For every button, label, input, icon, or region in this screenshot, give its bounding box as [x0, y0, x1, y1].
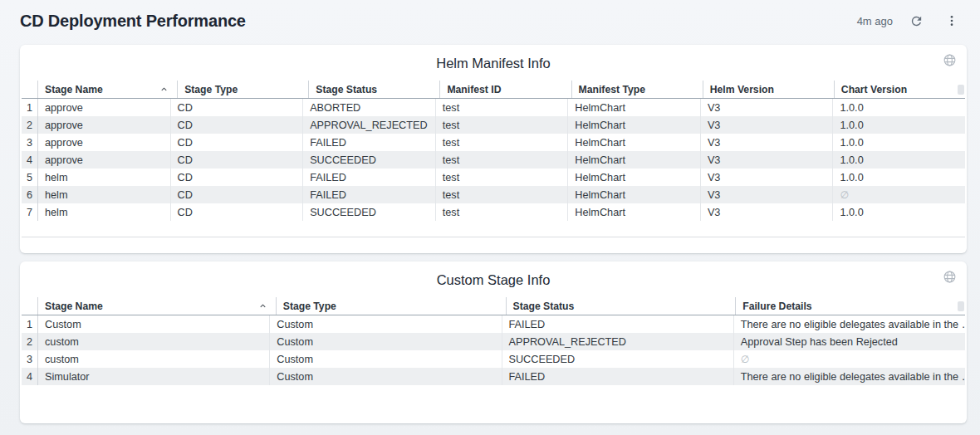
column-header-stage-status[interactable]: Stage Status: [506, 297, 736, 315]
table-cell: 1.0.0: [832, 169, 965, 186]
row-number: 3: [22, 134, 37, 151]
column-header-chart-version[interactable]: Chart Version: [834, 81, 965, 98]
row-number: 5: [22, 169, 37, 186]
table-cell: FAILED: [302, 169, 435, 186]
table-cell: custom: [37, 333, 269, 350]
refresh-icon: [909, 14, 924, 28]
table-cell: FAILED: [302, 134, 435, 151]
table-cell: approve: [37, 116, 170, 134]
table-cell: 1.0.0: [832, 99, 965, 116]
table-cell: There are no eligible delegates availabl…: [733, 315, 965, 333]
table-row: 6helmCDFAILEDtestHelmChartV3∅: [22, 186, 965, 203]
table-cell: V3: [700, 203, 833, 221]
table-row: 1CustomCustomFAILEDThere are no eligible…: [22, 315, 965, 333]
column-header-label: Stage Status: [316, 84, 377, 95]
globe-icon[interactable]: [943, 53, 957, 67]
table-cell: APPROVAL_REJECTED: [302, 116, 435, 134]
table-row: 7helmCDSUCCEEDEDtestHelmChartV31.0.0: [22, 203, 965, 221]
table-cell: V3: [700, 186, 833, 203]
table-cell: SUCCEEDED: [302, 203, 435, 221]
kebab-menu-icon: [945, 14, 958, 27]
table-row: 4approveCDSUCCEEDEDtestHelmChartV31.0.0: [22, 151, 965, 169]
sort-asc-icon: [159, 85, 169, 94]
row-number: 3: [22, 350, 37, 368]
column-header-label: Manifest Type: [579, 84, 645, 95]
table-cell: V3: [700, 151, 833, 169]
table-cell: 1.0.0: [832, 203, 965, 221]
panel-title: Custom Stage Info: [20, 261, 967, 288]
table-cell: helm: [37, 203, 170, 221]
column-header-label: Helm Version: [710, 84, 774, 95]
column-header-stage-name[interactable]: Stage Name: [37, 81, 177, 98]
dashboard-menu-button[interactable]: [943, 12, 960, 29]
page-title: CD Deployment Performance: [20, 12, 246, 31]
column-header-label: Stage Name: [45, 301, 103, 312]
column-header-manifest-id[interactable]: Manifest ID: [439, 81, 571, 98]
table-cell: HelmChart: [567, 203, 700, 221]
table-cell: test: [435, 134, 568, 151]
column-header-stage-type[interactable]: Stage Type: [177, 81, 308, 98]
custom-stage-table: Stage NameStage TypeStage StatusFailure …: [22, 297, 965, 410]
table-cell: Custom: [269, 333, 501, 350]
table-cell: test: [435, 151, 568, 169]
globe-icon[interactable]: [943, 270, 957, 284]
table-cell: SUCCEEDED: [302, 151, 435, 169]
table-cell: There are no eligible delegates availabl…: [733, 368, 965, 385]
refresh-button[interactable]: [908, 12, 925, 30]
table-body: 1approveCDABORTEDtestHelmChartV31.0.02ap…: [22, 99, 965, 237]
table-cell: CD: [170, 116, 303, 134]
helm-manifest-table: Stage NameStage TypeStage StatusManifest…: [22, 81, 965, 237]
panel-title: Helm Manifest Info: [20, 45, 967, 71]
table-cell: ∅: [832, 186, 965, 203]
column-header-failure-details[interactable]: Failure Details: [735, 297, 965, 315]
table-cell: Custom: [269, 350, 501, 368]
table-cell: Custom: [269, 315, 501, 333]
column-header-label: Failure Details: [742, 301, 811, 312]
table-header-row: Stage NameStage TypeStage StatusManifest…: [22, 81, 965, 99]
table-cell: HelmChart: [567, 134, 700, 151]
last-refreshed-label: 4m ago: [857, 15, 894, 27]
table-cell: CD: [170, 186, 303, 203]
vertical-scrollbar-thumb[interactable]: [958, 85, 964, 95]
table-row: 3approveCDFAILEDtestHelmChartV31.0.0: [22, 134, 965, 151]
table-cell: Custom: [269, 368, 501, 385]
table-cell: CD: [170, 203, 303, 221]
dashboard-header: CD Deployment Performance 4m ago: [0, 0, 980, 38]
dashboard-page: CD Deployment Performance 4m ago Helm Ma…: [0, 0, 980, 423]
table-row: 5helmCDFAILEDtestHelmChartV31.0.0: [22, 169, 965, 186]
row-number: 4: [22, 368, 37, 385]
table-cell: ABORTED: [302, 99, 435, 116]
table-cell: approve: [37, 99, 170, 116]
table-cell: HelmChart: [567, 151, 700, 169]
table-cell: test: [435, 116, 568, 134]
table-cell: helm: [37, 169, 170, 186]
table-cell: FAILED: [302, 186, 435, 203]
table-header-row: Stage NameStage TypeStage StatusFailure …: [22, 297, 965, 315]
table-cell: approve: [37, 134, 170, 151]
table-cell: FAILED: [502, 368, 733, 385]
table-cell: HelmChart: [567, 116, 700, 134]
vertical-scrollbar-thumb[interactable]: [958, 301, 964, 311]
custom-stage-info-panel: Custom Stage Info Stage NameStage TypeSt…: [20, 261, 967, 423]
column-header-label: Stage Status: [513, 301, 575, 312]
column-header-stage-type[interactable]: Stage Type: [276, 297, 506, 315]
table-cell: test: [435, 99, 568, 116]
table-cell: approve: [37, 151, 170, 169]
column-header-manifest-type[interactable]: Manifest Type: [571, 81, 703, 98]
globe-icon: [943, 270, 957, 284]
table-cell: Custom: [37, 315, 269, 333]
column-header-stage-status[interactable]: Stage Status: [308, 81, 439, 98]
table-cell: 1.0.0: [832, 134, 965, 151]
table-cell: helm: [37, 186, 170, 203]
table-cell: FAILED: [502, 315, 733, 333]
row-number: 2: [22, 116, 37, 134]
table-cell: CD: [170, 134, 303, 151]
table-cell: 1.0.0: [832, 151, 965, 169]
row-number-header: [22, 297, 37, 315]
row-number: 2: [22, 333, 37, 350]
table-cell: Simulator: [37, 368, 269, 385]
table-cell: 1.0.0: [832, 116, 965, 134]
table-cell: ∅: [733, 350, 965, 368]
column-header-stage-name[interactable]: Stage Name: [37, 297, 276, 315]
column-header-helm-version[interactable]: Helm Version: [703, 81, 834, 98]
